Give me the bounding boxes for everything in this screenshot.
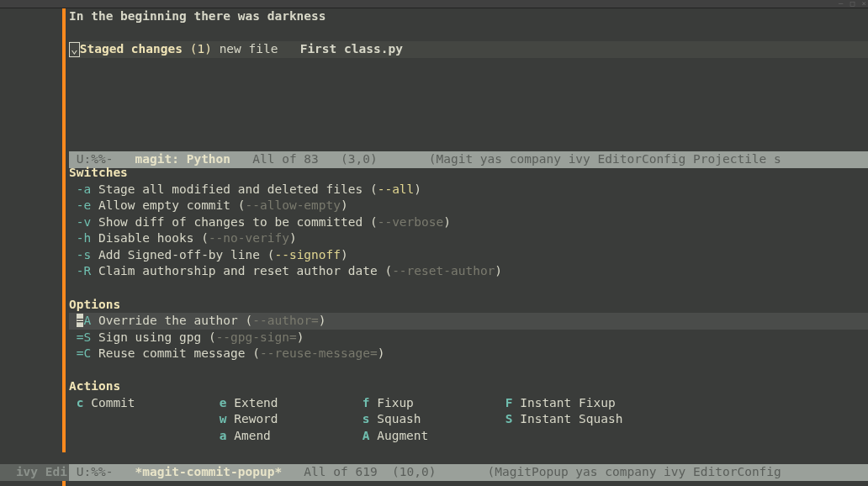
switch-row[interactable]: -s Add Signed-off-by line (--signoff)	[69, 247, 868, 264]
commit-summary-line: In the beginning there was darkness	[69, 8, 868, 25]
switches-heading: Switches	[69, 165, 868, 182]
window-titlebar: – □ ×	[0, 0, 868, 8]
minimize-icon[interactable]: –	[839, 0, 843, 8]
staged-file-row[interactable]: new file First class.py	[220, 42, 403, 55]
close-icon[interactable]: ×	[862, 0, 866, 8]
option-row[interactable]: =A Override the author (--author=)	[69, 313, 868, 330]
action-fixup[interactable]: f Fixup	[355, 395, 498, 412]
action-empty	[498, 428, 666, 445]
fringe-bar-upper	[62, 8, 66, 452]
action-squash[interactable]: s Squash	[355, 411, 498, 428]
magit-commit-popup-pane[interactable]: Switches -a Stage all modified and delet…	[69, 165, 868, 452]
switch-row[interactable]: -e Allow empty commit (--allow-empty)	[69, 198, 868, 214]
action-empty	[69, 411, 212, 428]
magit-status-pane[interactable]: In the beginning there was darkness ⌄Sta…	[69, 8, 868, 151]
option-row[interactable]: =S Sign using gpg (--gpg-sign=)	[69, 330, 868, 346]
window-controls: – □ ×	[836, 0, 866, 8]
action-extend[interactable]: e Extend	[212, 395, 355, 412]
switch-row[interactable]: -h Disable hooks (--no-verify)	[69, 230, 868, 247]
action-instant-fixup[interactable]: F Instant Fixup	[498, 395, 666, 412]
switch-row[interactable]: -a Stage all modified and deleted files …	[69, 182, 868, 198]
action-commit[interactable]: c Commit	[69, 395, 212, 412]
action-reword[interactable]: w Reword	[212, 411, 355, 428]
action-instant-squash[interactable]: S Instant Squash	[498, 411, 666, 428]
switch-row[interactable]: -v Show diff of changes to be committed …	[69, 214, 868, 231]
modeline-popup: ivy Edi U:%%- *magit-commit-popup* All o…	[0, 464, 868, 481]
action-empty	[69, 428, 212, 445]
staged-changes-header[interactable]: ⌄Staged changes (1)	[69, 42, 212, 55]
action-amend[interactable]: a Amend	[212, 428, 355, 445]
options-heading: Options	[69, 297, 868, 314]
switch-row[interactable]: -R Claim authorship and reset author dat…	[69, 263, 868, 280]
action-augment[interactable]: A Augment	[355, 428, 498, 445]
actions-heading: Actions	[69, 378, 868, 395]
option-row[interactable]: =C Reuse commit message (--reuse-message…	[69, 346, 868, 362]
maximize-icon[interactable]: □	[850, 0, 855, 8]
fold-caret-icon[interactable]: ⌄	[69, 42, 80, 57]
